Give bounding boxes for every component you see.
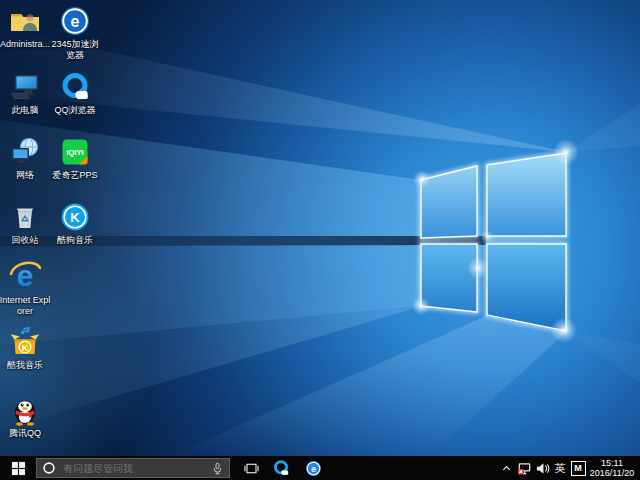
search-input[interactable]: [61, 462, 211, 475]
desktop-icon-qq-browser[interactable]: QQ浏览器: [47, 69, 103, 116]
desktop-icon-label: 爱奇艺PPS: [52, 170, 97, 181]
task-view-button[interactable]: [237, 456, 265, 480]
kuwo-music-icon: K: [9, 326, 41, 358]
desktop-icon-recycle-bin[interactable]: 回收站: [0, 199, 53, 246]
desktop-icon-label: Administra...: [0, 39, 50, 50]
clock-date: 2016/11/20: [587, 468, 637, 478]
qq-penguin-icon: [9, 394, 41, 426]
svg-text:e: e: [71, 13, 80, 30]
desktop-icon-label: 网络: [16, 170, 34, 181]
desktop-icon-tencent-qq[interactable]: 腾讯QQ: [0, 392, 53, 439]
desktop-icon-network[interactable]: 网络: [0, 134, 53, 181]
svg-text:iQIYI: iQIYI: [66, 148, 83, 157]
cortana-icon: [42, 461, 56, 475]
clock[interactable]: 15:11 2016/11/20: [587, 458, 640, 478]
recycle-bin-icon: [9, 201, 41, 233]
start-button[interactable]: [0, 456, 36, 480]
2345-browser-icon: e: [305, 460, 322, 477]
network-status-button[interactable]: [515, 456, 533, 480]
desktop-icon-label: Internet Explorer: [0, 295, 51, 317]
desktop-icon-label: 2345加速浏览器: [49, 39, 101, 61]
windows-desktop: Administra... e 2345加速浏览器 此电脑: [0, 0, 640, 480]
2345-browser-icon: e: [59, 5, 91, 37]
volume-button[interactable]: [533, 456, 551, 480]
computer-icon: [9, 71, 41, 103]
desktop-icon-administrator[interactable]: Administra...: [0, 3, 53, 50]
ime-mode-indicator[interactable]: M: [569, 456, 587, 480]
iqiyi-icon: iQIYI: [59, 136, 91, 168]
desktop-icon-internet-explorer[interactable]: e Internet Explorer: [0, 255, 53, 317]
ime-language-label: 英: [555, 461, 566, 476]
microphone-icon[interactable]: [211, 462, 224, 475]
qq-browser-icon: [59, 71, 91, 103]
desktop-icon-label: 酷狗音乐: [57, 235, 93, 246]
svg-text:K: K: [70, 210, 80, 225]
network-icon: [9, 136, 41, 168]
desktop-icon-iqiyi-pps[interactable]: iQIYI 爱奇艺PPS: [47, 134, 103, 181]
show-hidden-icons-button[interactable]: [497, 456, 515, 480]
qq-browser-icon: [272, 459, 290, 477]
speaker-icon: [535, 461, 550, 476]
clock-time: 15:11: [587, 458, 637, 468]
desktop-icon-label: 回收站: [12, 235, 39, 246]
desktop-icon-label: 此电脑: [12, 105, 39, 116]
desktop-icon-2345-browser[interactable]: e 2345加速浏览器: [47, 3, 103, 61]
kugou-music-icon: K: [59, 201, 91, 233]
desktop-icon-kugou-music[interactable]: K 酷狗音乐: [47, 199, 103, 246]
desktop-icon-label: 酷我音乐: [7, 360, 43, 371]
taskbar-app-qq-browser[interactable]: [265, 456, 297, 480]
svg-text:e: e: [311, 463, 316, 473]
desktop-icon-label: QQ浏览器: [54, 105, 95, 116]
desktop-icon-kuwo-music[interactable]: K 酷我音乐: [0, 324, 53, 371]
taskbar-search-box[interactable]: [36, 458, 230, 478]
ime-mode-label: M: [571, 461, 586, 476]
user-folder-icon: [9, 5, 41, 37]
desktop-icon-this-pc[interactable]: 此电脑: [0, 69, 53, 116]
desktop-icon-label: 腾讯QQ: [9, 428, 41, 439]
windows-logo-icon: [11, 461, 26, 476]
internet-explorer-icon: e: [7, 257, 43, 293]
svg-text:K: K: [22, 343, 29, 353]
task-view-icon: [244, 461, 259, 476]
taskbar-app-2345-browser[interactable]: e: [297, 456, 329, 480]
taskbar: e 英 M: [0, 456, 640, 480]
chevron-up-icon: [501, 463, 512, 474]
ime-language-indicator[interactable]: 英: [551, 456, 569, 480]
network-disconnected-icon: [517, 461, 532, 476]
